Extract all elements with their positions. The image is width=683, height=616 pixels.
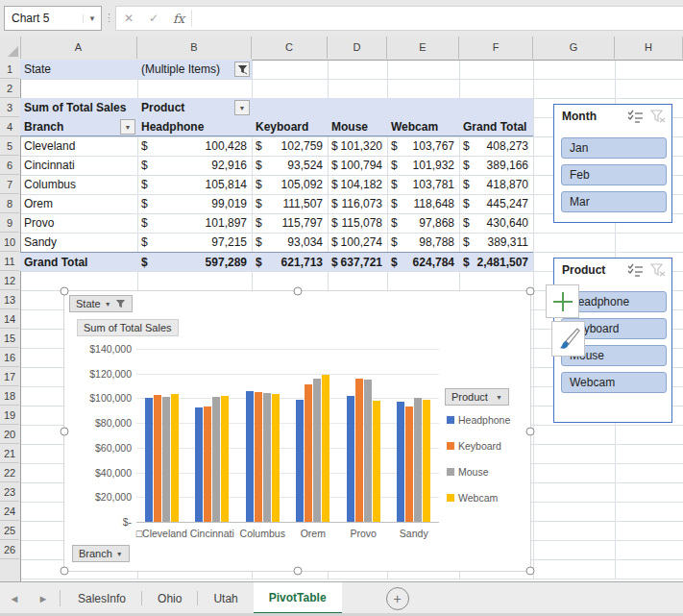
- pivot-row-label[interactable]: Orem: [20, 194, 137, 213]
- chart-bar-headphone[interactable]: [145, 398, 153, 522]
- sheet-tab-utah[interactable]: Utah: [198, 582, 253, 614]
- chevron-down-icon[interactable]: ▼: [83, 14, 101, 23]
- chart-bar-mouse[interactable]: [364, 380, 372, 522]
- pivot-value-cell[interactable]: $100,794: [328, 156, 387, 175]
- row-header-20[interactable]: 20: [0, 425, 19, 444]
- chart-bar-mouse[interactable]: [162, 397, 170, 522]
- pivot-value-cell[interactable]: $105,092: [252, 175, 328, 194]
- pivot-value-cell[interactable]: $100,274: [328, 233, 387, 252]
- pivot-value-cell[interactable]: $111,507: [252, 194, 328, 213]
- chart-bar-keyboard[interactable]: [355, 379, 363, 522]
- pivot-value-cell[interactable]: $2,481,507: [459, 252, 533, 271]
- pivot-grand-total-label[interactable]: Grand Total: [20, 252, 137, 271]
- column-header-f[interactable]: F: [459, 37, 533, 59]
- row-header-26[interactable]: 26: [0, 540, 19, 559]
- row-header-9[interactable]: 9: [0, 213, 19, 233]
- chart-bar-headphone[interactable]: [397, 402, 404, 522]
- slicer-item-feb[interactable]: Feb: [561, 164, 667, 185]
- pivot-filter-value[interactable]: (Multiple Items): [137, 60, 252, 79]
- pivot-value-cell[interactable]: $98,788: [387, 233, 459, 252]
- multi-select-icon[interactable]: [627, 110, 645, 123]
- selection-handle[interactable]: [526, 287, 535, 296]
- pivot-row-field[interactable]: Branch▼: [20, 117, 137, 136]
- row-header-11[interactable]: 11: [0, 252, 19, 271]
- row-header-12[interactable]: 12: [0, 271, 19, 290]
- row-header-1[interactable]: 1: [0, 60, 19, 79]
- pivot-value-cell[interactable]: $118,648: [387, 194, 459, 213]
- row-header-7[interactable]: 7: [0, 175, 19, 194]
- sheet-tab-salesinfo[interactable]: SalesInfo: [62, 582, 141, 614]
- chart-bar-webcam[interactable]: [272, 394, 280, 522]
- slicer-item-webcam[interactable]: Webcam: [561, 372, 667, 393]
- pivot-column-header[interactable]: Webcam: [387, 117, 459, 136]
- pivot-chart[interactable]: State▼Sum of Total SalesProduct▼Branch▼$…: [63, 290, 531, 572]
- insert-function-icon[interactable]: fx: [166, 12, 191, 26]
- row-header-3[interactable]: 3: [0, 98, 19, 117]
- pivot-column-header[interactable]: Mouse: [328, 117, 387, 136]
- chart-bar-webcam[interactable]: [423, 400, 430, 522]
- pivot-column-header[interactable]: Headphone: [137, 117, 252, 136]
- chart-bar-keyboard[interactable]: [204, 407, 211, 522]
- chart-legend-field-button[interactable]: Product▼: [445, 388, 509, 406]
- row-header-2[interactable]: 2: [0, 79, 19, 98]
- row-header-25[interactable]: 25: [0, 521, 19, 540]
- pivot-value-cell[interactable]: $389,311: [459, 233, 533, 252]
- row-header-16[interactable]: 16: [0, 348, 19, 367]
- clear-filter-icon[interactable]: [650, 110, 666, 123]
- pivot-value-cell[interactable]: $116,073: [328, 194, 387, 213]
- pivot-filter-label[interactable]: State: [20, 60, 137, 79]
- row-header-23[interactable]: 23: [0, 482, 19, 502]
- pivot-row-label[interactable]: Sandy: [20, 233, 137, 252]
- pivot-value-cell[interactable]: $624,784: [387, 252, 459, 271]
- pivot-value-cell[interactable]: $93,524: [252, 156, 328, 175]
- slicer-item-mar[interactable]: Mar: [561, 191, 667, 212]
- chart-bar-headphone[interactable]: [195, 407, 203, 522]
- month-slicer[interactable]: Month JanFebMar: [553, 104, 672, 223]
- pivot-value-cell[interactable]: $389,166: [459, 156, 533, 175]
- pivot-value-cell[interactable]: $103,781: [387, 175, 459, 194]
- pivot-row-label[interactable]: Provo: [20, 213, 137, 233]
- row-header-13[interactable]: 13: [0, 290, 19, 309]
- pivot-value-cell[interactable]: $445,247: [459, 194, 533, 213]
- selection-handle[interactable]: [61, 287, 69, 296]
- pivot-value-cell[interactable]: $97,215: [137, 233, 252, 252]
- pivot-value-cell[interactable]: $102,759: [252, 136, 328, 156]
- selection-handle[interactable]: [294, 567, 303, 576]
- selection-handle[interactable]: [61, 567, 69, 576]
- slicer-item-jan[interactable]: Jan: [561, 137, 667, 159]
- selection-handle[interactable]: [294, 287, 303, 296]
- formula-input[interactable]: [192, 6, 683, 31]
- chart-bar-mouse[interactable]: [212, 397, 220, 522]
- row-header-10[interactable]: 10: [0, 233, 19, 252]
- selection-handle[interactable]: [61, 428, 69, 436]
- pivot-value-cell[interactable]: $93,034: [252, 233, 328, 252]
- row-header-6[interactable]: 6: [0, 156, 19, 175]
- row-header-4[interactable]: 4: [0, 117, 19, 136]
- row-header-17[interactable]: 17: [0, 367, 19, 386]
- pivot-row-label[interactable]: Cleveland: [20, 136, 137, 156]
- row-header-22[interactable]: 22: [0, 463, 19, 482]
- column-header-b[interactable]: B: [137, 37, 252, 59]
- pivot-row-label[interactable]: Columbus: [20, 175, 137, 194]
- chart-elements-button[interactable]: [546, 284, 579, 318]
- pivot-value-cell[interactable]: $597,289: [137, 252, 252, 271]
- chart-bar-keyboard[interactable]: [405, 407, 413, 522]
- chart-bar-mouse[interactable]: [313, 379, 321, 522]
- pivot-value-cell[interactable]: $104,182: [328, 175, 387, 194]
- pivot-value-cell[interactable]: $100,428: [137, 136, 252, 156]
- row-header-18[interactable]: 18: [0, 386, 19, 406]
- pivot-value-cell[interactable]: $99,019: [137, 194, 252, 213]
- sheet-tab-pivottable[interactable]: PivotTable: [254, 582, 342, 614]
- chart-bar-webcam[interactable]: [171, 394, 179, 522]
- column-header-a[interactable]: A: [20, 37, 137, 59]
- sheet-tab-ohio[interactable]: Ohio: [142, 582, 197, 614]
- clear-filter-icon[interactable]: [650, 263, 666, 277]
- chart-bar-headphone[interactable]: [246, 391, 254, 522]
- chart-value-field-button[interactable]: Sum of Total Sales: [77, 319, 179, 336]
- pivot-value-cell[interactable]: $101,932: [387, 156, 459, 175]
- chart-filter-button-state[interactable]: State▼: [69, 295, 133, 312]
- chart-bar-headphone[interactable]: [296, 400, 304, 522]
- new-sheet-button[interactable]: +: [386, 587, 409, 610]
- chart-bar-mouse[interactable]: [263, 393, 271, 522]
- row-header-8[interactable]: 8: [0, 194, 19, 213]
